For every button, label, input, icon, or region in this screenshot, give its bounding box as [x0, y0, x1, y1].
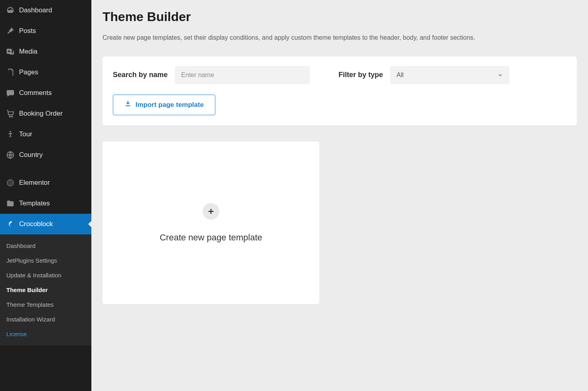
- media-icon: [6, 47, 15, 56]
- search-group: Search by name: [113, 66, 310, 84]
- submenu-item-license[interactable]: License: [0, 327, 91, 341]
- folder-icon: [6, 199, 15, 208]
- sidebar-item-label: Elementor: [19, 179, 50, 187]
- globe-icon: [6, 150, 15, 160]
- submenu-item-dashboard[interactable]: Dashboard: [0, 238, 91, 253]
- crocoblock-submenu: Dashboard JetPlugins Settings Update & I…: [0, 234, 91, 345]
- create-card-label: Create new page template: [160, 232, 262, 243]
- chevron-down-icon: [497, 72, 503, 78]
- chat-icon: [6, 88, 15, 98]
- sidebar-item-tour[interactable]: Tour: [0, 124, 91, 145]
- sidebar-item-elementor[interactable]: Elementor: [0, 172, 91, 193]
- submenu-item-update[interactable]: Update & Installation: [0, 268, 91, 283]
- submenu-item-jetplugins[interactable]: JetPlugins Settings: [0, 253, 91, 268]
- sidebar-item-media[interactable]: Media: [0, 41, 91, 62]
- search-label: Search by name: [113, 71, 168, 79]
- sidebar-item-label: Booking Order: [19, 110, 63, 118]
- sidebar-item-country[interactable]: Country: [0, 145, 91, 165]
- import-page-template-button[interactable]: Import page template: [113, 95, 215, 115]
- plus-icon: [203, 203, 219, 220]
- cart-icon: [6, 109, 15, 118]
- type-filter-group: Filter by type All: [338, 66, 509, 84]
- svg-rect-5: [10, 182, 12, 183]
- sidebar-item-label: Comments: [19, 89, 52, 97]
- svg-rect-3: [8, 181, 9, 184]
- sidebar-item-dashboard[interactable]: Dashboard: [0, 0, 91, 21]
- sidebar-item-pages[interactable]: Pages: [0, 62, 91, 83]
- submenu-item-install-wizard[interactable]: Installation Wizard: [0, 312, 91, 327]
- submenu-item-theme-templates[interactable]: Theme Templates: [0, 297, 91, 312]
- page-title: Theme Builder: [103, 10, 577, 24]
- sidebar-item-label: Country: [19, 151, 43, 159]
- sidebar-item-label: Posts: [19, 27, 36, 35]
- person-icon: [6, 130, 15, 139]
- type-select-value: All: [397, 72, 404, 79]
- submenu-item-theme-builder[interactable]: Theme Builder: [0, 283, 91, 297]
- sidebar-item-label: Crocoblock: [19, 220, 53, 228]
- sidebar-item-label: Templates: [19, 199, 50, 207]
- admin-sidebar: Dashboard Posts Media Pages Comments Boo…: [0, 0, 91, 391]
- pin-icon: [6, 26, 15, 36]
- svg-point-0: [10, 131, 11, 133]
- sidebar-item-label: Pages: [19, 68, 38, 76]
- sidebar-item-templates[interactable]: Templates: [0, 193, 91, 214]
- sidebar-item-posts[interactable]: Posts: [0, 21, 91, 41]
- sidebar-item-comments[interactable]: Comments: [0, 83, 91, 103]
- crocoblock-icon: [6, 219, 15, 229]
- create-new-page-template-card[interactable]: Create new page template: [103, 141, 319, 304]
- search-input[interactable]: [175, 66, 310, 84]
- svg-rect-6: [10, 184, 12, 185]
- sidebar-item-label: Tour: [19, 130, 32, 138]
- import-button-label: Import page template: [135, 101, 204, 109]
- templates-grid: Create new page template: [103, 141, 577, 304]
- type-label: Filter by type: [338, 71, 383, 79]
- sidebar-item-booking-order[interactable]: Booking Order: [0, 103, 91, 124]
- sidebar-item-label: Dashboard: [19, 6, 52, 14]
- main-content: Theme Builder Create new page templates,…: [91, 0, 588, 391]
- page-icon: [6, 68, 15, 77]
- download-icon: [124, 100, 132, 109]
- type-select[interactable]: All: [390, 66, 509, 84]
- page-description: Create new page templates, set their dis…: [103, 33, 508, 43]
- elementor-icon: [6, 178, 15, 188]
- sidebar-item-crocoblock[interactable]: Crocoblock: [0, 214, 91, 234]
- svg-rect-4: [10, 181, 12, 182]
- sidebar-item-label: Media: [19, 48, 37, 56]
- gauge-icon: [6, 6, 15, 15]
- filter-panel: Search by name Filter by type All Import…: [103, 56, 577, 126]
